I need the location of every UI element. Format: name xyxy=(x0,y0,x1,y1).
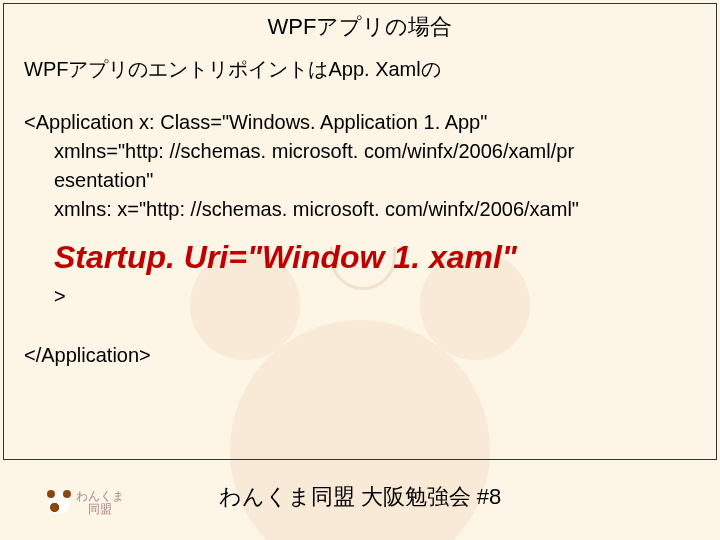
footer: わんくま 同盟 わんくま同盟 大阪勉強会 #8 xyxy=(0,462,720,540)
footer-title: わんくま同盟 大阪勉強会 #8 xyxy=(0,482,720,512)
slide-content: WPFアプリのエントリポイントはApp. Xamlの <Application … xyxy=(24,55,696,370)
code-close: </Application> xyxy=(24,341,696,370)
code-gt: > xyxy=(54,282,696,311)
code-xmlns2: xmlns: x="http: //schemas. microsoft. co… xyxy=(54,195,696,224)
code-xmlns1b: esentation" xyxy=(54,166,696,195)
code-xmlns1a: xmlns="http: //schemas. microsoft. com/w… xyxy=(54,137,696,166)
slide-title: WPFアプリの場合 xyxy=(0,12,720,42)
code-startup-highlight: Startup. Uri="Window 1. xaml" xyxy=(54,234,696,280)
intro-line: WPFアプリのエントリポイントはApp. Xamlの xyxy=(24,55,696,84)
code-open: <Application x: Class="Windows. Applicat… xyxy=(24,108,696,137)
